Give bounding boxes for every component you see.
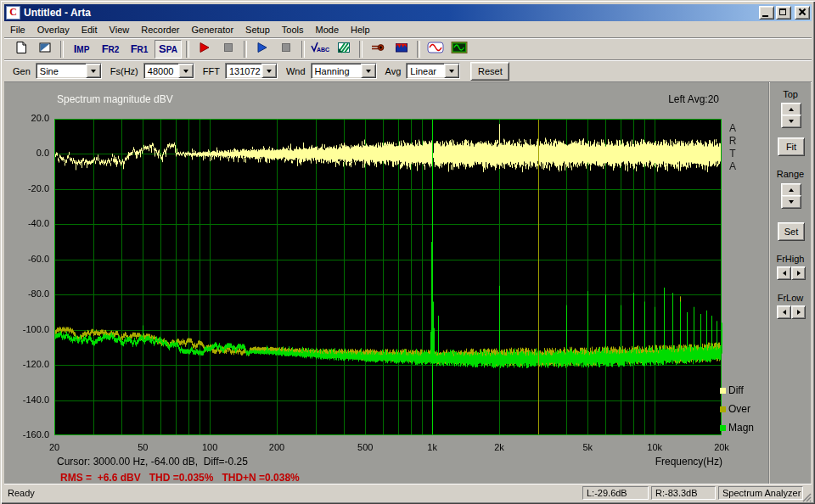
menu-item-help[interactable]: Help <box>345 23 376 36</box>
status-text: Ready <box>8 488 35 498</box>
legend-label: Diff <box>728 384 744 396</box>
plot-controls-panel: Top Fit Range Set FrHigh FrLow <box>770 82 811 484</box>
top-down-button[interactable] <box>781 115 801 128</box>
menu-item-mode[interactable]: Mode <box>309 23 345 36</box>
fft-size-select[interactable]: 131072 <box>225 63 278 79</box>
legend-swatch <box>720 425 726 431</box>
sample-rate-select[interactable]: 48000 <box>143 63 194 79</box>
frlow-right-button[interactable] <box>791 305 806 319</box>
new-document-icon <box>14 41 28 58</box>
menu-item-view[interactable]: View <box>104 23 136 36</box>
legend-label: Over <box>728 403 750 415</box>
menu-item-recorder[interactable]: Recorder <box>135 23 185 36</box>
arrow-left-icon <box>780 271 786 276</box>
overlay-icon <box>38 41 52 58</box>
right-level-indicator: R:-83.3dB <box>651 486 716 500</box>
averaging-select[interactable]: Linear <box>406 63 460 79</box>
maximize-icon <box>779 8 786 15</box>
menu-item-tools[interactable]: Tools <box>276 23 310 36</box>
legend-label: Magn <box>728 422 754 434</box>
left-level-indicator: L:-29.6dB <box>582 486 649 500</box>
dropdown-arrow-icon[interactable] <box>444 64 459 78</box>
top-label: Top <box>770 89 811 99</box>
dropdown-arrow-icon[interactable] <box>361 64 376 78</box>
arta-window: C Untitled - Arta FileOverlayEditViewRec… <box>0 0 815 504</box>
dropdown-arrow-icon[interactable] <box>86 64 101 78</box>
new-file-button[interactable] <box>10 40 32 59</box>
mode-indicator: Spectrum Analyzer <box>718 486 803 500</box>
scope-button[interactable] <box>448 40 470 59</box>
averaging-value: Linear <box>407 66 444 76</box>
record-button[interactable] <box>194 40 216 59</box>
svg-text:ABC: ABC <box>317 47 329 53</box>
set-button[interactable]: Set <box>778 222 805 241</box>
watermark-letter: T <box>729 148 735 160</box>
watermark-letter: R <box>729 135 737 147</box>
menu-item-setup[interactable]: Setup <box>239 23 276 36</box>
menu-item-generator[interactable]: Generator <box>186 23 240 36</box>
microphone-button[interactable] <box>367 40 389 59</box>
menu-item-file[interactable]: File <box>4 23 31 36</box>
frhigh-right-button[interactable] <box>791 266 806 280</box>
window-select[interactable]: Hanning <box>311 63 377 79</box>
arrow-right-icon <box>797 310 803 315</box>
record-stop-button[interactable] <box>217 40 239 59</box>
frhigh-left-button[interactable] <box>777 266 791 280</box>
maximize-button[interactable] <box>776 6 791 20</box>
play-stop-button[interactable] <box>275 40 297 59</box>
window-function-button[interactable] <box>424 40 447 59</box>
range-down-button[interactable] <box>781 195 801 209</box>
spectrum-panel: Spectrum magnitude dBV Left Avg:20 ARTA … <box>4 82 768 484</box>
watermark-letter: A <box>729 122 736 134</box>
arrow-right-icon <box>797 271 803 276</box>
abc-check-icon: ABC <box>310 41 330 58</box>
x-axis-title: Frequency(Hz) <box>655 456 722 468</box>
legend-item-magn: Magn <box>720 418 754 437</box>
stop-icon <box>279 41 293 58</box>
avg-indicator: Left Avg:20 <box>668 93 719 105</box>
menu-item-overlay[interactable]: Overlay <box>31 23 76 36</box>
spa-mode-button[interactable]: SPA <box>155 40 182 59</box>
overlay-manager-button[interactable] <box>34 40 56 59</box>
play-button[interactable] <box>251 40 273 59</box>
window-value: Hanning <box>312 66 361 76</box>
fft-size-value: 131072 <box>226 66 261 76</box>
arrow-up-icon <box>789 105 794 111</box>
arrow-down-icon <box>789 120 794 126</box>
fs-label: Fs(Hz) <box>110 66 138 76</box>
legend-item-diff: Diff <box>720 381 754 400</box>
close-button[interactable] <box>795 6 810 20</box>
minimize-button[interactable] <box>759 6 774 20</box>
avg-label: Avg <box>385 66 402 76</box>
arrow-up-icon <box>789 186 794 192</box>
cursor-readout: Cursor: 3000.00 Hz, -64.00 dB, Diff=-0.2… <box>57 456 248 468</box>
fit-button[interactable]: Fit <box>778 137 805 156</box>
close-icon <box>797 8 807 16</box>
dropdown-arrow-icon[interactable] <box>178 64 194 78</box>
generator-value: Sine <box>37 66 86 76</box>
generator-select[interactable]: Sine <box>36 63 102 79</box>
reset-button[interactable]: Reset <box>470 62 509 81</box>
frlow-left-button[interactable] <box>777 305 791 319</box>
toolbar: IMPFR2FR1SPAABC <box>4 38 812 60</box>
arrow-left-icon <box>780 310 786 315</box>
watermark-letter: A <box>729 160 736 172</box>
wnd-label: Wnd <box>286 66 306 76</box>
dropdown-arrow-icon[interactable] <box>261 64 277 78</box>
toolbar-separator <box>359 41 363 58</box>
fr2-mode-button[interactable]: FR2 <box>97 40 124 59</box>
legend-swatch <box>720 388 726 394</box>
resize-grip[interactable] <box>801 491 812 502</box>
spectrum-canvas[interactable] <box>4 82 768 484</box>
thd-readout: RMS = +6.6 dBV THD =0.035% THD+N =0.038% <box>60 472 300 484</box>
signal-analysis-button[interactable] <box>333 40 355 59</box>
stop-icon <box>222 41 235 58</box>
waveform-button[interactable] <box>391 40 413 59</box>
plot-title: Spectrum magnitude dBV <box>57 93 173 105</box>
calibrate-button[interactable]: ABC <box>309 40 331 59</box>
toolbar-button-label: IMP <box>74 42 90 55</box>
blue-play-icon <box>256 41 269 58</box>
fr1-mode-button[interactable]: FR1 <box>126 40 153 59</box>
imp-mode-button[interactable]: IMP <box>68 40 95 59</box>
menu-item-edit[interactable]: Edit <box>76 23 104 36</box>
